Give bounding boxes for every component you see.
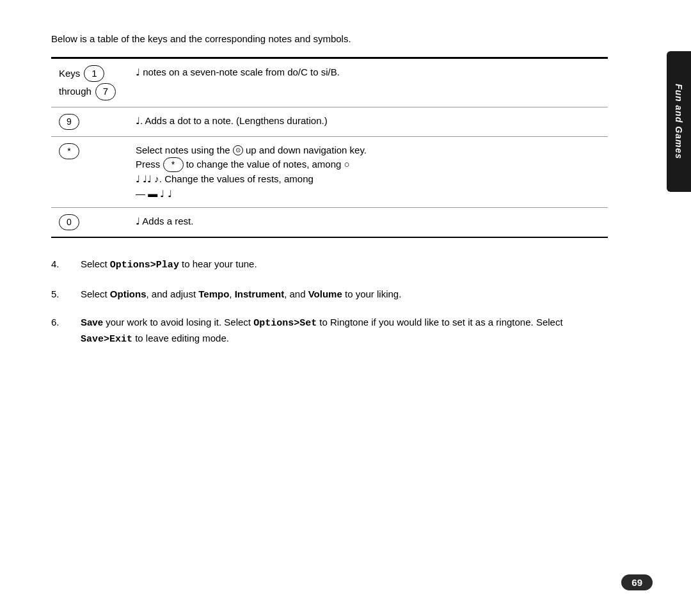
table-row: * Select notes using the ⊙ up and down n… bbox=[51, 136, 608, 208]
note-symbol-1: ♩ bbox=[136, 67, 140, 77]
side-tab: Fun and Games bbox=[667, 51, 691, 192]
list-content-5: Select Options, and adjust Tempo, Instru… bbox=[81, 287, 608, 302]
options-set: Options>Set bbox=[253, 318, 317, 329]
main-content: Below is a table of the keys and the cor… bbox=[51, 32, 608, 347]
star-desc-line3: ♩ ♩♩ ♪. Change the values of rests, amon… bbox=[136, 172, 600, 187]
note-whole: ○ bbox=[344, 159, 350, 170]
volume-bold: Volume bbox=[308, 288, 342, 299]
list-content-6: Save your work to avoid losing it. Selec… bbox=[81, 315, 608, 347]
page-container: Fun and Games Below is a table of the ke… bbox=[0, 0, 691, 616]
table-row: 0 ♩ Adds a rest. bbox=[51, 208, 608, 238]
list-num-4: 4. bbox=[51, 257, 70, 273]
page-number: 69 bbox=[621, 574, 653, 590]
key-badge-star: * bbox=[59, 143, 79, 159]
save-exit: Save>Exit bbox=[81, 334, 132, 345]
intro-text: Below is a table of the keys and the cor… bbox=[51, 32, 608, 47]
list-item-6: 6. Save your work to avoid losing it. Se… bbox=[51, 315, 608, 347]
note-symbol-2: ♩. bbox=[136, 115, 143, 126]
nav-icon: ⊙ bbox=[233, 145, 243, 155]
key-badge-0: 0 bbox=[59, 214, 79, 230]
list-num-6: 6. bbox=[51, 315, 70, 347]
key-badge-7: 7 bbox=[95, 83, 116, 100]
rest-symbol: ♩ bbox=[136, 216, 140, 226]
key-cell-star: * bbox=[51, 136, 128, 208]
key-badge-star-inline: * bbox=[163, 157, 184, 172]
desc-cell-0: ♩ Adds a rest. bbox=[128, 208, 608, 238]
side-tab-label: Fun and Games bbox=[674, 84, 684, 159]
desc-cell-star: Select notes using the ⊙ up and down nav… bbox=[128, 136, 608, 208]
options-bold: Options bbox=[110, 288, 147, 299]
instrument-bold: Instrument bbox=[235, 288, 285, 299]
key-badge-9: 9 bbox=[59, 114, 79, 130]
keys-table: Keys 1 through 7 ♩ notes on a seven-note… bbox=[51, 57, 608, 239]
key-badge-1: 1 bbox=[84, 65, 104, 83]
key-cell: Keys 1 through 7 bbox=[51, 58, 128, 107]
list-item-5: 5. Select Options, and adjust Tempo, Ins… bbox=[51, 287, 608, 302]
options-play: Options>Play bbox=[110, 260, 179, 271]
tempo-bold: Tempo bbox=[198, 288, 229, 299]
keys-prefix-2: through bbox=[59, 84, 91, 99]
keys-label: Keys 1 through 7 bbox=[59, 65, 116, 100]
list-item-4: 4. Select Options>Play to hear your tune… bbox=[51, 257, 608, 273]
desc-cell-1: ♩ notes on a seven-note scale from do/C … bbox=[128, 58, 608, 107]
key-cell-0: 0 bbox=[51, 208, 128, 238]
note-symbols-row: ♩ ♩♩ ♪. bbox=[136, 173, 162, 184]
save-bold: Save bbox=[81, 317, 103, 328]
list-content-4: Select Options>Play to hear your tune. bbox=[81, 257, 608, 273]
key-cell-9: 9 bbox=[51, 107, 128, 136]
table-row: Keys 1 through 7 ♩ notes on a seven-note… bbox=[51, 58, 608, 107]
rest-symbols: — ▬ ♩ ♩ bbox=[136, 188, 172, 199]
star-desc-line1: Select notes using the ⊙ up and down nav… bbox=[136, 143, 600, 158]
keys-prefix-1: Keys bbox=[59, 67, 80, 81]
desc-cell-9: ♩. Adds a dot to a note. (Lengthens dura… bbox=[128, 107, 608, 136]
numbered-list: 4. Select Options>Play to hear your tune… bbox=[51, 257, 608, 347]
list-num-5: 5. bbox=[51, 287, 70, 302]
star-desc-line2: Press * to change the value of notes, am… bbox=[136, 157, 600, 172]
table-row: 9 ♩. Adds a dot to a note. (Lengthens du… bbox=[51, 107, 608, 136]
star-desc-line4: — ▬ ♩ ♩ bbox=[136, 187, 600, 201]
